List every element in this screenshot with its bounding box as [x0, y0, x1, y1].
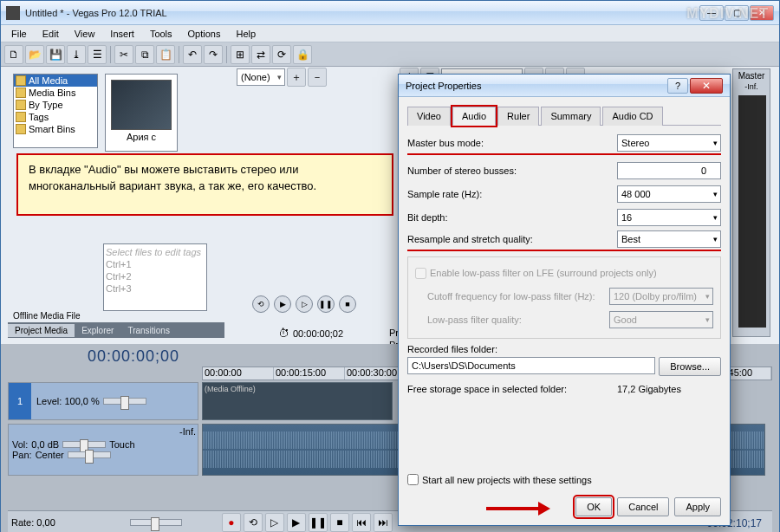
media-tree[interactable]: All Media Media Bins By Type Tags Smart … [13, 74, 98, 148]
media-thumbnail[interactable]: Ария с [105, 74, 178, 152]
lfe-quality-select: Good [609, 311, 713, 328]
audio-track-header[interactable]: Vol:0,0 dBTouch Pan:Center -Inf. [8, 424, 198, 476]
rate-label: Rate: 0,00 [11, 517, 55, 528]
annotation-callout: В вкладке "Audio" вы можете выставить ст… [16, 153, 393, 216]
level-slider[interactable] [103, 398, 146, 405]
redo-icon[interactable]: ↷ [204, 45, 223, 64]
stereo-busses-input[interactable]: 0 [617, 162, 721, 179]
tag-editor[interactable]: Select files to edit tags Ctrl+1 Ctrl+2 … [103, 243, 207, 311]
tool-mode-select[interactable]: (None) [237, 68, 285, 86]
dialog-tabs[interactable]: Video Audio Ruler Summary Audio CD [407, 106, 721, 126]
titlebar: Untitled * - Vegas Pro 12.0 TRIAL — ▢ ✕ [1, 1, 779, 25]
tab-project-media[interactable]: Project Media [8, 324, 75, 337]
master-meter [738, 95, 766, 328]
main-toolbar: 🗋 📂 💾 ⤓ ☰ ✂ ⧉ 📋 ↶ ↷ ⊞ ⇄ ⟳ 🔒 [1, 42, 779, 67]
dock-tabs[interactable]: Project Media Explorer Transitions [8, 322, 224, 338]
tab-summary[interactable]: Summary [541, 107, 601, 126]
bit-depth-select[interactable]: 16 [617, 209, 721, 226]
tab-audio[interactable]: Audio [452, 107, 496, 126]
trimmer-time: ⏱00:00:00;02 [278, 327, 343, 340]
tab-transitions[interactable]: Transitions [120, 324, 177, 337]
tree-all-media[interactable]: All Media [14, 75, 97, 87]
cancel-button[interactable]: Cancel [617, 497, 669, 516]
resample-select[interactable]: Best [617, 230, 721, 248]
properties-icon[interactable]: ☰ [88, 45, 107, 64]
undo-icon[interactable]: ↶ [183, 45, 202, 64]
menu-edit[interactable]: Edit [36, 27, 66, 41]
go-start-icon[interactable]: ⏮ [352, 513, 371, 532]
apply-button[interactable]: Apply [674, 497, 721, 516]
zoom-out-icon[interactable]: － [308, 68, 327, 87]
copy-icon[interactable]: ⧉ [135, 45, 154, 64]
autosave-icon[interactable]: ⟳ [272, 45, 291, 64]
master-bus-select[interactable]: Stereo [617, 134, 721, 152]
watermark: MYDIV.NET [686, 6, 769, 22]
new-icon[interactable]: 🗋 [4, 45, 23, 64]
app-window: Untitled * - Vegas Pro 12.0 TRIAL — ▢ ✕ … [0, 0, 780, 532]
ok-button[interactable]: OK [575, 497, 612, 516]
recorded-folder-input[interactable] [407, 357, 655, 374]
browse-button[interactable]: Browse... [659, 357, 721, 376]
tree-by-type[interactable]: By Type [14, 99, 97, 111]
trimmer-transport: ⟲ ▶ ▷ ❚❚ ■ [252, 295, 356, 313]
save-icon[interactable]: 💾 [46, 45, 65, 64]
video-track-header[interactable]: 1 Level: 100,0 % [8, 382, 198, 420]
menu-file[interactable]: File [4, 27, 34, 41]
thumbnail-caption: Ария с [106, 132, 177, 142]
menu-options[interactable]: Options [181, 27, 228, 41]
pan-slider[interactable] [68, 451, 111, 458]
lfe-checkbox [415, 268, 426, 279]
lfe-fieldset: Enable low-pass filter on LFE (surround … [407, 256, 721, 339]
offline-media-label: Offline Media File [13, 311, 81, 321]
pause2-icon[interactable]: ❚❚ [309, 513, 328, 532]
project-properties-dialog: Project Properties ? ✕ Video Audio Ruler… [398, 74, 731, 526]
snap-icon[interactable]: ⊞ [231, 45, 250, 64]
paste-icon[interactable]: 📋 [156, 45, 175, 64]
lock-icon[interactable]: 🔒 [293, 45, 312, 64]
play2-icon[interactable]: ▶ [287, 513, 306, 532]
tab-audio-cd[interactable]: Audio CD [602, 107, 662, 126]
annotation-arrow [486, 502, 550, 516]
loop-icon[interactable]: ⟲ [252, 295, 270, 313]
go-end-icon[interactable]: ⏭ [374, 513, 393, 532]
menubar[interactable]: File Edit View Insert Tools Options Help [1, 25, 779, 42]
play-start2-icon[interactable]: ▷ [265, 513, 284, 532]
window-title: Untitled * - Vegas Pro 12.0 TRIAL [25, 8, 699, 18]
tree-media-bins[interactable]: Media Bins [14, 87, 97, 99]
timeline-position: 00:00:00;00 [88, 347, 179, 366]
cutoff-select: 120 (Dolby pro/film) [609, 288, 713, 305]
master-bus-panel: Master -Inf. [732, 68, 770, 337]
record-icon[interactable]: ● [222, 513, 241, 532]
menu-insert[interactable]: Insert [103, 27, 141, 41]
stop2-icon[interactable]: ■ [330, 513, 349, 532]
loop-play-icon[interactable]: ⟲ [244, 513, 263, 532]
help-icon[interactable]: ? [667, 78, 688, 94]
tab-explorer[interactable]: Explorer [75, 324, 120, 337]
zoom-in-icon[interactable]: ＋ [287, 68, 306, 87]
menu-help[interactable]: Help [229, 27, 263, 41]
app-icon [6, 6, 20, 20]
ripple-icon[interactable]: ⇄ [251, 45, 270, 64]
rate-slider[interactable] [130, 519, 182, 526]
tree-tags[interactable]: Tags [14, 111, 97, 123]
sample-rate-select[interactable]: 48 000 [617, 185, 721, 203]
dialog-close-button[interactable]: ✕ [690, 78, 723, 94]
render-icon[interactable]: ⤓ [67, 45, 86, 64]
stop-icon[interactable]: ■ [339, 295, 356, 313]
play-icon[interactable]: ▶ [274, 295, 291, 313]
menu-view[interactable]: View [68, 27, 102, 41]
tab-video[interactable]: Video [407, 107, 451, 126]
tab-ruler[interactable]: Ruler [497, 107, 539, 126]
start-all-checkbox[interactable]: Start all new projects with these settin… [407, 474, 592, 485]
tree-smart-bins[interactable]: Smart Bins [14, 123, 97, 135]
dialog-titlebar: Project Properties ? ✕ [399, 75, 730, 97]
cut-icon[interactable]: ✂ [114, 45, 133, 64]
menu-tools[interactable]: Tools [143, 27, 179, 41]
video-clip[interactable]: (Media Offline) [202, 382, 393, 420]
play-start-icon[interactable]: ▷ [296, 295, 313, 313]
open-icon[interactable]: 📂 [25, 45, 44, 64]
thumbnail-image [111, 80, 172, 130]
vol-slider[interactable] [62, 441, 106, 448]
pause-icon[interactable]: ❚❚ [317, 295, 335, 313]
